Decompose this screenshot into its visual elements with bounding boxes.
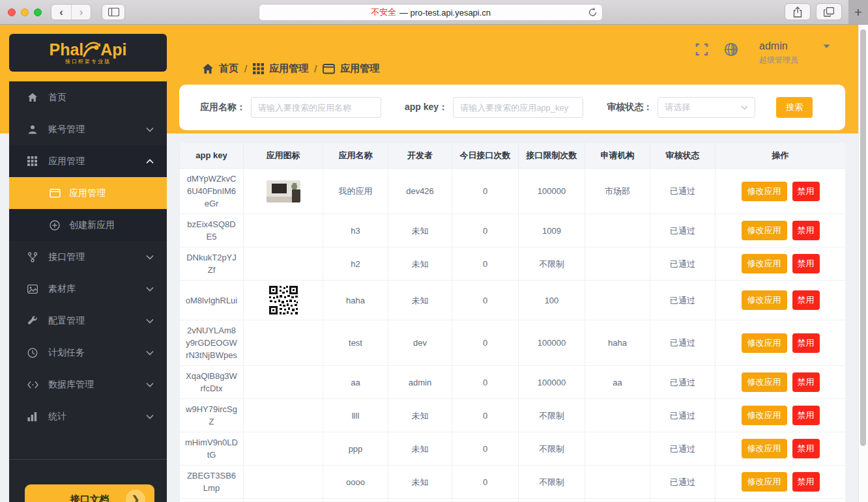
user-menu[interactable]: admin 超级管理员: [759, 40, 830, 66]
cell-organization: [585, 247, 650, 281]
grid-icon: [27, 156, 38, 166]
search-button[interactable]: 搜索: [776, 97, 813, 118]
sidebar-item-media-library[interactable]: 素材库: [9, 273, 167, 305]
app-key-input[interactable]: [453, 97, 583, 118]
sidebar-item-home[interactable]: 首页: [9, 81, 167, 113]
cell-developer: 未知: [388, 432, 452, 466]
modify-app-button[interactable]: 修改应用: [742, 221, 787, 240]
disable-app-button[interactable]: 禁用: [792, 221, 820, 240]
cell-actions: 修改应用禁用: [716, 169, 846, 214]
tab-overview-button[interactable]: [816, 3, 842, 20]
sidebar-item-label: 首页: [48, 92, 66, 104]
sidebar-item-label: 素材库: [48, 283, 76, 295]
disable-app-button[interactable]: 禁用: [792, 472, 820, 492]
back-button[interactable]: ‹: [51, 5, 71, 20]
cell-today-calls: 0: [452, 499, 519, 502]
modify-app-button[interactable]: 修改应用: [742, 439, 787, 458]
cell-today-calls: 0: [452, 399, 519, 432]
modify-app-button[interactable]: 修改应用: [742, 182, 787, 201]
sidebar-item-app-management[interactable]: 应用管理: [9, 145, 167, 177]
disable-app-button[interactable]: 禁用: [792, 254, 820, 273]
sidebar-item-api-management[interactable]: 接口管理: [9, 241, 167, 273]
sidebar-item-accounts[interactable]: 账号管理: [9, 113, 167, 145]
sidebar-item-config[interactable]: 配置管理: [9, 305, 167, 337]
sidebar-item-label: 接口管理: [48, 251, 85, 263]
cell-app-key: DNkukT2pYJZf: [180, 247, 244, 281]
disable-app-button[interactable]: 禁用: [792, 182, 820, 201]
language-button[interactable]: [724, 42, 738, 57]
status-select[interactable]: 请选择: [658, 97, 755, 118]
status-label: 审核状态：: [607, 102, 652, 113]
cell-review-status: 已通过: [650, 281, 716, 320]
cell-call-limit: 100000: [519, 366, 585, 399]
header-call-limit: 接口限制次数: [519, 143, 585, 169]
disable-app-button[interactable]: 禁用: [792, 333, 820, 353]
modify-app-button[interactable]: 修改应用: [742, 372, 787, 392]
header-organization: 申请机构: [585, 143, 650, 169]
branch-icon: [27, 252, 38, 262]
sidebar-item-label: 配置管理: [48, 315, 85, 327]
sidebar-item-label: 统计: [48, 411, 66, 423]
modify-app-button[interactable]: 修改应用: [742, 254, 787, 273]
address-bar[interactable]: 不安全 — pro-test.api.yesapi.cn: [259, 4, 603, 21]
breadcrumb-app-management[interactable]: 应用管理: [253, 63, 308, 75]
modify-app-button[interactable]: 修改应用: [742, 290, 787, 310]
chevron-down-icon: [146, 350, 154, 356]
app-name-input[interactable]: [251, 97, 381, 118]
main-content: 应用名称： app key： 审核状态： 请选择 搜索: [179, 81, 845, 502]
cell-developer: dev426: [388, 169, 452, 214]
modify-app-button[interactable]: 修改应用: [742, 406, 787, 425]
table-row: GKsr5ePZmHFt iiiii 未知 0 不限制 已通过 修改应用禁用: [180, 499, 846, 502]
header-app-key: app key: [180, 143, 244, 169]
cell-organization: haha: [585, 320, 650, 366]
close-window-button[interactable]: [8, 8, 16, 16]
sidebar-item-database[interactable]: 数据库管理: [9, 369, 167, 400]
window-icon: [323, 63, 335, 74]
fullscreen-button[interactable]: [695, 43, 708, 56]
disable-app-button[interactable]: 禁用: [792, 439, 820, 458]
table-row: oM8lvIghRLui: [180, 281, 846, 320]
modify-app-button[interactable]: 修改应用: [742, 472, 787, 492]
modify-app-button[interactable]: 修改应用: [742, 333, 787, 353]
forward-button[interactable]: ›: [71, 5, 91, 20]
cell-review-status: 已通过: [650, 466, 716, 499]
breadcrumb-label: 首页: [219, 63, 239, 75]
cell-today-calls: 0: [452, 466, 519, 499]
cell-call-limit: 100000: [519, 169, 585, 214]
sidebar-subitem-create-app[interactable]: 创建新应用: [9, 209, 167, 241]
header-actions: 操作: [716, 143, 846, 169]
sidebar-item-label: 计划任务: [48, 347, 85, 359]
cell-app-icon: [244, 366, 323, 399]
breadcrumb-home[interactable]: 首页: [202, 63, 239, 75]
sidebar-item-label: 账号管理: [48, 124, 85, 135]
sidebar-item-scheduled-tasks[interactable]: 计划任务: [9, 337, 167, 369]
chevron-down-icon: [741, 105, 748, 110]
table-row: dMYpWZkvC6U40FbnIM6eGr 我的应用 dev426 0 100…: [180, 169, 846, 214]
api-docs-button[interactable]: 接口文档 ❯: [25, 484, 154, 502]
sidebar-toggle-button[interactable]: [102, 4, 125, 20]
reload-button[interactable]: [588, 7, 598, 18]
logo-wordmark: Phal Api: [49, 40, 126, 57]
status-select-placeholder: 请选择: [665, 102, 690, 113]
sidebar-item-statistics[interactable]: 统计: [9, 400, 167, 432]
cell-app-icon: [244, 281, 323, 320]
sidebar-subitem-app-management[interactable]: 应用管理: [9, 177, 167, 209]
share-button[interactable]: [785, 3, 811, 20]
cell-app-key: 2vNUYLAm8y9rGDEOGWrN3tNjBWpes: [180, 320, 244, 366]
chevron-up-icon: [146, 159, 154, 164]
disable-app-button[interactable]: 禁用: [792, 406, 820, 425]
cell-app-icon: [244, 432, 323, 466]
header-app-icon: 应用图标: [244, 143, 323, 169]
minimize-window-button[interactable]: [21, 8, 29, 16]
zoom-window-button[interactable]: [34, 8, 42, 16]
logo[interactable]: Phal Api 接口框架专业版: [9, 34, 167, 72]
disable-app-button[interactable]: 禁用: [792, 290, 820, 310]
table-row: w9HY79ircSgZ llll 未知 0 不限制 已通过 修改应用禁用: [180, 399, 846, 432]
new-tab-button[interactable]: +: [848, 0, 868, 24]
cell-actions: 修改应用禁用: [716, 214, 846, 247]
cell-actions: 修改应用禁用: [716, 320, 846, 366]
scrollbar-thumb[interactable]: [860, 29, 866, 446]
cell-app-name: h2: [323, 247, 388, 281]
disable-app-button[interactable]: 禁用: [792, 372, 820, 392]
page-scrollbar[interactable]: [858, 25, 868, 502]
